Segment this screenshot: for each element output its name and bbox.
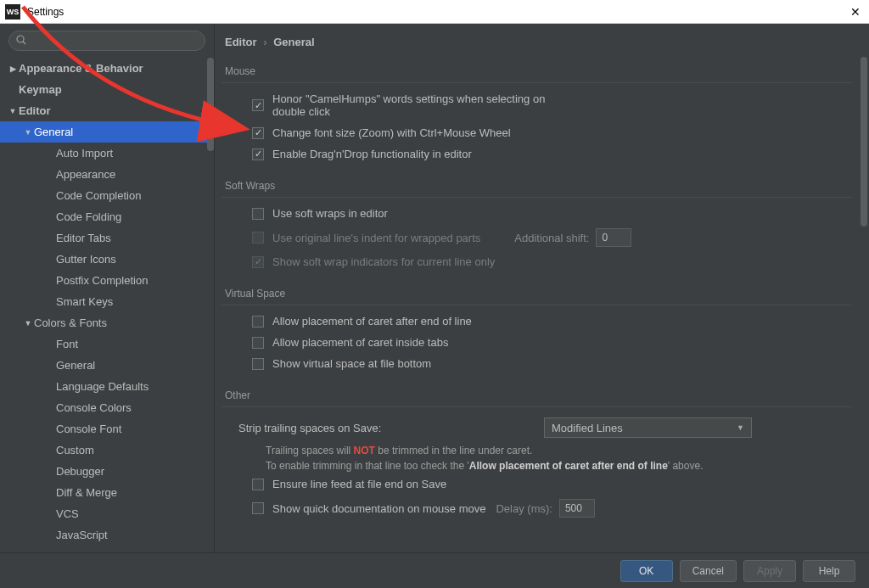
opt-original-indent: Use original line's indent for wrapped p… — [221, 224, 852, 251]
tree-item-general[interactable]: ▼General — [0, 121, 214, 143]
note2-bold: Allow placement of caret after end of li… — [469, 460, 668, 472]
label-tabs: Allow placement of caret inside tabs — [272, 336, 448, 349]
checkbox-tabs[interactable] — [252, 337, 264, 349]
select-strip-mode[interactable]: Modified Lines ▼ — [544, 417, 752, 438]
tree-item-editor[interactable]: ▼Editor — [0, 100, 214, 121]
chevron-right-icon: ▶ — [7, 64, 19, 73]
opt-change-font-size-zoom[interactable]: Change font size (Zoom) with Ctrl+Mouse … — [221, 122, 852, 143]
tree-item-console-font[interactable]: Console Font — [0, 418, 214, 440]
input-additional-shift[interactable] — [596, 228, 631, 247]
tree-item-label: Colors & Fonts — [34, 316, 107, 329]
label-dnd: Enable Drag'n'Drop functionality in edit… — [272, 148, 472, 160]
svg-point-0 — [17, 36, 24, 42]
label-zoom: Change font size (Zoom) with Ctrl+Mouse … — [272, 126, 511, 139]
opt-use-soft-wraps[interactable]: Use soft wraps in editor — [221, 203, 852, 224]
checkbox-bottom[interactable] — [252, 358, 264, 370]
input-delay[interactable] — [559, 499, 595, 518]
checkbox-zoom[interactable] — [252, 127, 264, 139]
checkbox-soft-wraps[interactable] — [252, 208, 264, 220]
opt-honor-camelhumps[interactable]: Honor "CamelHumps" words settings when s… — [221, 88, 852, 122]
tree-item-label: Smart Keys — [56, 295, 113, 308]
tree-item-label: VCS — [56, 507, 79, 520]
checkbox-eol[interactable] — [252, 316, 264, 328]
content-scrollbar-thumb[interactable] — [861, 57, 867, 227]
note2-pre: To enable trimming in that line too chec… — [266, 460, 469, 472]
search-icon — [16, 35, 26, 48]
tree-item-appearance[interactable]: Appearance — [0, 164, 214, 185]
opt-quick-doc[interactable]: Show quick documentation on mouse move D… — [221, 495, 852, 522]
separator — [221, 305, 852, 305]
sidebar-scrollbar-thumb[interactable] — [207, 58, 214, 151]
breadcrumb: Editor › General — [215, 24, 869, 57]
label-show-indicators: Show soft wrap indicators for current li… — [272, 255, 495, 268]
close-icon[interactable]: ✕ — [847, 3, 864, 20]
search-input[interactable] — [30, 35, 198, 47]
tree-item-label: Editor Tabs — [56, 232, 111, 244]
tree-item-label: Gutter Icons — [56, 253, 116, 266]
label-ensure-lf: Ensure line feed at file end on Save — [272, 478, 446, 490]
separator — [221, 406, 852, 407]
label-eol: Allow placement of caret after end of li… — [272, 315, 472, 328]
checkbox-dnd[interactable] — [252, 148, 264, 160]
chevron-down-icon: ▼ — [22, 128, 34, 137]
tree-item-postfix-completion[interactable]: Postfix Completion — [0, 270, 214, 291]
tree-item-keymap[interactable]: Keymap — [0, 79, 214, 100]
separator — [221, 197, 852, 198]
opt-virtual-space-bottom[interactable]: Show virtual space at file bottom — [221, 353, 852, 374]
tree-item-code-folding[interactable]: Code Folding — [0, 206, 214, 227]
opt-enable-dnd[interactable]: Enable Drag'n'Drop functionality in edit… — [221, 143, 852, 165]
tree-item-smart-keys[interactable]: Smart Keys — [0, 291, 214, 312]
checkbox-honor[interactable] — [252, 99, 264, 111]
label-strip: Strip trailing spaces on Save: — [238, 422, 544, 434]
tree-item-custom[interactable]: Custom — [0, 440, 214, 461]
tree-item-label: Language Defaults — [56, 380, 149, 393]
tree-item-label: Appearance & Behavior — [19, 62, 143, 75]
opt-caret-after-eol[interactable]: Allow placement of caret after end of li… — [221, 311, 852, 332]
checkbox-ensure-lf[interactable] — [252, 479, 264, 490]
chevron-down-icon: ▼ — [22, 319, 34, 328]
label-bottom: Show virtual space at file bottom — [272, 357, 431, 370]
dialog-footer: OK Cancel Apply Help — [0, 552, 869, 588]
settings-tree[interactable]: ▶Appearance & BehaviorKeymap▼Editor▼Gene… — [0, 58, 214, 552]
opt-caret-inside-tabs[interactable]: Allow placement of caret inside tabs — [221, 332, 852, 353]
tree-item-editor-tabs[interactable]: Editor Tabs — [0, 227, 214, 249]
note-trailing-not-trimmed: Trailing spaces will NOT be trimmed in t… — [221, 443, 852, 458]
opt-ensure-line-feed[interactable]: Ensure line feed at file end on Save — [221, 473, 852, 495]
settings-sidebar: ▶Appearance & BehaviorKeymap▼Editor▼Gene… — [0, 24, 215, 552]
apply-button[interactable]: Apply — [743, 560, 796, 582]
note-post: be trimmed in the line under caret. — [375, 445, 532, 456]
breadcrumb-b: General — [273, 36, 314, 48]
tree-item-label: Font — [56, 338, 78, 350]
tree-item-label: General — [56, 359, 95, 372]
tree-item-code-completion[interactable]: Code Completion — [0, 185, 214, 206]
tree-item-debugger[interactable]: Debugger — [0, 461, 214, 482]
breadcrumb-a: Editor — [225, 36, 257, 48]
checkbox-quickdoc[interactable] — [252, 502, 264, 514]
tree-item-appearance-behavior[interactable]: ▶Appearance & Behavior — [0, 58, 214, 79]
tree-item-label: Code Completion — [56, 189, 141, 202]
section-virtual-title: Virtual Space — [225, 288, 852, 300]
tree-item-font[interactable]: Font — [0, 333, 214, 355]
tree-item-label: Auto Import — [56, 147, 113, 160]
tree-item-label: Postfix Completion — [56, 274, 148, 287]
separator — [221, 82, 852, 83]
tree-item-console-colors[interactable]: Console Colors — [0, 397, 214, 418]
section-other-title: Other — [225, 389, 852, 401]
tree-item-label: Custom — [56, 444, 94, 456]
cancel-button[interactable]: Cancel — [680, 560, 737, 582]
tree-item-javascript[interactable]: JavaScript — [0, 524, 214, 546]
tree-item-language-defaults[interactable]: Language Defaults — [0, 376, 214, 397]
tree-item-vcs[interactable]: VCS — [0, 503, 214, 524]
ok-button[interactable]: OK — [620, 560, 673, 582]
tree-item-diff-merge[interactable]: Diff & Merge — [0, 482, 214, 503]
tree-item-label: JavaScript — [56, 529, 108, 541]
label-indent: Use original line's indent for wrapped p… — [272, 232, 480, 244]
opt-strip-trailing: Strip trailing spaces on Save: Modified … — [221, 412, 852, 443]
window-title: Settings — [27, 6, 847, 18]
tree-item-gutter-icons[interactable]: Gutter Icons — [0, 249, 214, 270]
tree-item-auto-import[interactable]: Auto Import — [0, 143, 214, 164]
tree-item-colors-fonts[interactable]: ▼Colors & Fonts — [0, 312, 214, 333]
help-button[interactable]: Help — [803, 560, 855, 582]
tree-item-general[interactable]: General — [0, 355, 214, 376]
search-input-wrap[interactable] — [8, 31, 205, 51]
